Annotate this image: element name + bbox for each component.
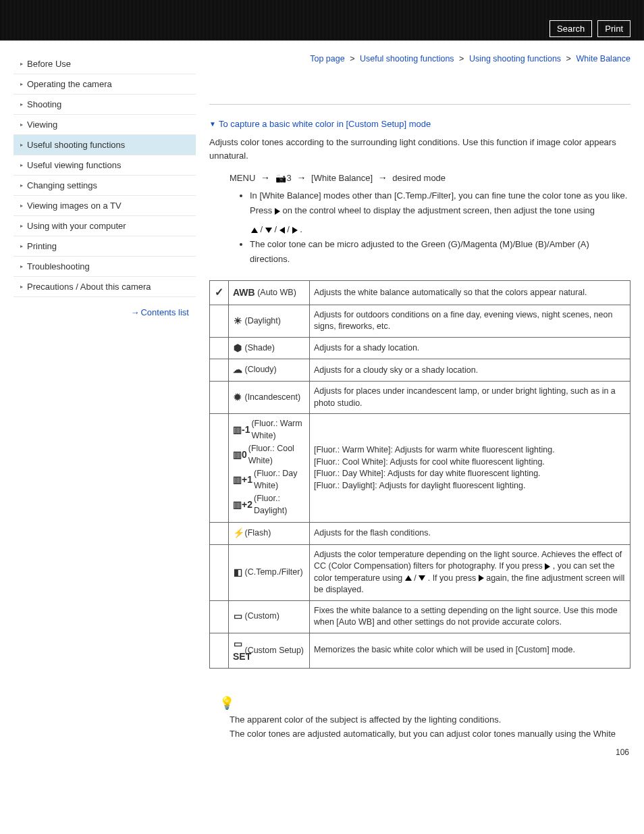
triangle-right-icon: ▸ — [20, 101, 23, 107]
right-icon — [275, 208, 280, 215]
mode-desc-cell: Adjusts for the flash conditions. — [310, 523, 630, 545]
sidebar-item-using-with-your-computer[interactable]: ▸Using with your computer — [14, 216, 196, 236]
page-number: 106 — [209, 748, 630, 757]
sidebar-item-label: Before Use — [27, 59, 71, 69]
sidebar-item-before-use[interactable]: ▸Before Use — [14, 54, 196, 74]
down-icon — [419, 575, 425, 581]
check-cell — [210, 305, 229, 337]
mode-label-cell: ▭ (Custom) — [229, 600, 310, 633]
up-icon — [405, 575, 412, 581]
table-row: AWB (Auto WB)Adjusts the white balance a… — [210, 281, 630, 305]
sidebar-item-shooting[interactable]: ▸Shooting — [14, 95, 196, 115]
menu-path: MENU → 3 → [White Balance] → desired mod… — [230, 172, 630, 183]
chevron-down-icon: ▼ — [209, 120, 216, 128]
mode-label-cell: ☀ (Daylight) — [229, 305, 310, 337]
tip-line-1: The apparent color of the subject is aff… — [230, 713, 630, 727]
sidebar-item-printing[interactable]: ▸Printing — [14, 236, 196, 257]
triangle-right-icon: ▸ — [20, 243, 23, 249]
mode-desc-cell: Adjusts the color temperature depending … — [310, 544, 630, 600]
sidebar-item-changing-settings[interactable]: ▸Changing settings — [14, 176, 196, 196]
table-row: ✹ (Incandescent)Adjusts for places under… — [210, 382, 630, 414]
right-icon — [292, 227, 298, 234]
triangle-right-icon: ▸ — [20, 182, 23, 188]
mode-icon: ▥-1 — [233, 423, 250, 437]
mode-desc-cell: Fixes the white balance to a setting dep… — [310, 600, 630, 633]
mode-label-cell: AWB (Auto WB) — [229, 281, 310, 305]
sidebar-item-label: Precautions / About this camera — [27, 282, 151, 292]
check-cell — [210, 544, 229, 600]
breadcrumb-lvl1[interactable]: Useful shooting functions — [360, 54, 454, 63]
sidebar-item-label: Useful shooting functions — [27, 140, 125, 150]
sidebar-item-viewing[interactable]: ▸Viewing — [14, 115, 196, 135]
check-cell — [210, 600, 229, 633]
search-button[interactable]: Search — [549, 20, 592, 37]
triangle-right-icon: ▸ — [20, 263, 23, 269]
sidebar-item-troubleshooting[interactable]: ▸Troubleshooting — [14, 257, 196, 277]
mode-desc-cell: [Fluor.: Warm White]: Adjusts for warm w… — [310, 414, 630, 523]
tip-section: 💡 The apparent color of the subject is a… — [209, 696, 630, 741]
triangle-right-icon: ▸ — [20, 223, 23, 229]
breadcrumb-top[interactable]: Top page — [310, 54, 344, 63]
mode-icon: ▭ — [233, 610, 242, 623]
sidebar-item-label: Printing — [27, 241, 57, 251]
breadcrumb-lvl2[interactable]: Using shooting functions — [469, 54, 561, 63]
mode-desc-cell: Adjusts for places under incandescent la… — [310, 382, 630, 414]
triangle-right-icon: ▸ — [20, 142, 23, 148]
mode-label-cell: ▥-1(Fluor.: Warm White)▥0(Fluor.: Cool W… — [229, 414, 310, 523]
table-row: ▭ (Custom)Fixes the white balance to a s… — [210, 600, 630, 633]
mode-label-cell: ☁ (Cloudy) — [229, 359, 310, 382]
arrow-icon: → — [378, 172, 387, 183]
sidebar-item-label: Shooting — [27, 99, 61, 109]
breadcrumb: Top page > Useful shooting functions > U… — [209, 54, 630, 63]
breadcrumb-current[interactable]: White Balance — [576, 54, 630, 63]
sidebar-item-operating-the-camera[interactable]: ▸Operating the camera — [14, 74, 196, 95]
mode-icon: ◧ — [233, 566, 242, 579]
table-row: ◧ (C.Temp./Filter)Adjusts the color temp… — [210, 544, 630, 600]
mode-icon: ⚡ — [233, 527, 242, 540]
table-row: ⬢ (Shade)Adjusts for a shady location. — [210, 337, 630, 359]
steps: MENU → 3 → [White Balance] → desired mod… — [230, 172, 630, 267]
table-row: ☀ (Daylight)Adjusts for outdoors conditi… — [210, 305, 630, 337]
check-cell — [210, 633, 229, 668]
print-button[interactable]: Print — [597, 20, 630, 37]
sidebar-item-label: Troubleshooting — [27, 261, 90, 271]
mode-label-cell: ⬢ (Shade) — [229, 337, 310, 359]
triangle-right-icon: ▸ — [20, 61, 23, 67]
sidebar-item-useful-shooting-functions[interactable]: ▸Useful shooting functions — [14, 135, 196, 155]
anchor-custom-setup[interactable]: ▼ To capture a basic white color in [Cus… — [209, 119, 431, 129]
mode-label-cell: ▭ SET (Custom Setup) — [229, 633, 310, 668]
triangle-right-icon: ▸ — [20, 81, 23, 87]
triangle-right-icon: ▸ — [20, 122, 23, 128]
sidebar-item-precautions-about-this-camera[interactable]: ▸Precautions / About this camera — [14, 277, 196, 297]
sidebar-item-label: Viewing — [27, 120, 57, 130]
table-row: ▥-1(Fluor.: Warm White)▥0(Fluor.: Cool W… — [210, 414, 630, 523]
right-icon — [479, 575, 484, 581]
left-icon — [279, 227, 285, 234]
right-icon — [545, 563, 550, 570]
mode-label-cell: ◧ (C.Temp./Filter) — [229, 544, 310, 600]
check-cell — [210, 382, 229, 414]
mode-desc-cell: Adjusts the white balance automatically … — [310, 281, 630, 305]
header-bar: Search Print — [0, 0, 644, 41]
table-row: ⚡ (Flash)Adjusts for the flash condition… — [210, 523, 630, 545]
sidebar-item-label: Viewing images on a TV — [27, 201, 122, 211]
check-cell — [210, 414, 229, 523]
note-fine-tune: In [White Balance] modes other than [C.T… — [250, 188, 630, 237]
mode-desc-cell: Memorizes the basic white color which wi… — [310, 633, 630, 668]
mode-desc-cell: Adjusts for outdoors conditions on a fin… — [310, 305, 630, 337]
sidebar-item-useful-viewing-functions[interactable]: ▸Useful viewing functions — [14, 155, 196, 176]
mode-icon: ▥+2 — [233, 498, 252, 512]
table-row: ☁ (Cloudy)Adjusts for a cloudy sky or a … — [210, 359, 630, 382]
mode-icon: ▥+1 — [233, 473, 252, 487]
triangle-right-icon: ▸ — [20, 162, 23, 168]
mode-label-cell: ⚡ (Flash) — [229, 523, 310, 545]
main-content: Top page > Useful shooting functions > U… — [196, 41, 630, 777]
contents-list-link[interactable]: →Contents list — [14, 297, 196, 317]
camera-icon — [275, 173, 286, 183]
sidebar-item-viewing-images-on-a-tv[interactable]: ▸Viewing images on a TV — [14, 196, 196, 216]
table-row: ▭ SET (Custom Setup)Memorizes the basic … — [210, 633, 630, 668]
triangle-right-icon: ▸ — [20, 284, 23, 290]
mode-icon: AWB — [233, 286, 255, 300]
mode-icon: ☁ — [233, 363, 242, 377]
intro-text: Adjusts color tones according to the sur… — [209, 136, 630, 162]
